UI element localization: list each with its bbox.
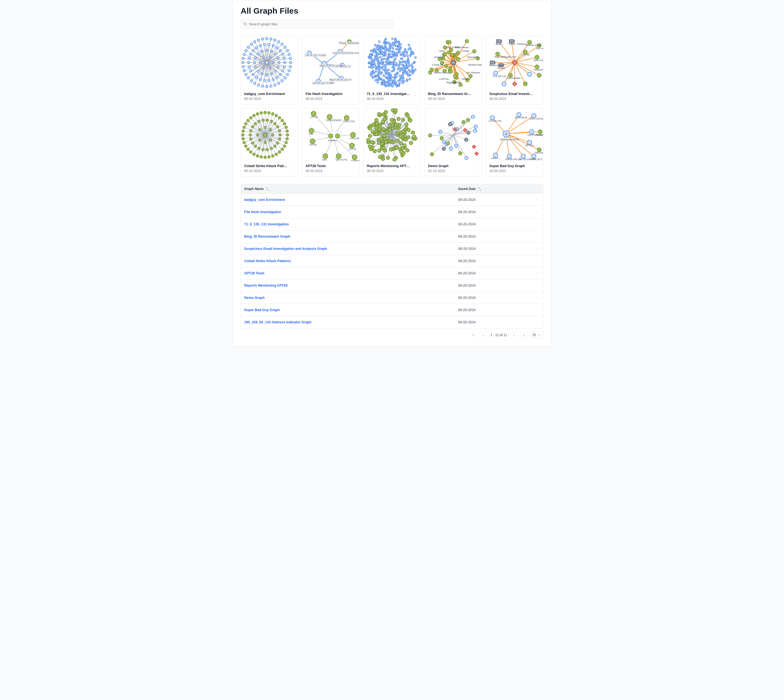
chevron-down-icon [538, 333, 541, 337]
svg-point-375 [373, 51, 375, 53]
graph-link[interactable]: File Hash Investigation [244, 210, 281, 214]
graph-link[interactable]: APT28 Tools [244, 271, 265, 275]
svg-point-1330 [537, 274, 537, 274]
row-menu-button[interactable] [534, 258, 540, 264]
cell-actions [531, 292, 543, 304]
graph-card[interactable]: Reports Mentioning APT…08-20-2024 [363, 108, 420, 177]
graph-card[interactable]: @34.98.99.30208.2.230.922.2.230.218super… [486, 108, 543, 177]
graph-card[interactable]: Threat AssessmentACDXACDC07D1273AG…146.5… [302, 36, 359, 104]
svg-text:208.2.230.92: 208.2.230.92 [529, 117, 543, 120]
graph-link[interactable]: 71_6_135_131 Investigation [244, 222, 289, 226]
pager-first-button[interactable] [470, 331, 477, 339]
svg-point-170 [265, 61, 269, 64]
pager-next-button[interactable] [510, 331, 518, 339]
row-menu-button[interactable] [534, 245, 540, 252]
svg-point-459 [392, 38, 394, 40]
card-menu-button[interactable] [290, 92, 295, 98]
svg-point-1325 [537, 260, 537, 260]
svg-point-476 [395, 38, 396, 40]
svg-point-598 [380, 72, 381, 73]
svg-marker-1147 [399, 134, 403, 138]
cell-date: 08-20-2024 [455, 218, 531, 230]
svg-point-147 [254, 40, 256, 43]
svg-point-331 [404, 80, 405, 82]
row-menu-button[interactable] [534, 197, 540, 203]
row-menu-button[interactable] [534, 209, 540, 215]
card-menu-button[interactable] [535, 164, 540, 171]
svg-point-371 [369, 66, 370, 68]
svg-marker-812 [262, 119, 264, 122]
row-menu-button[interactable] [534, 221, 540, 228]
pager-last-button[interactable] [520, 331, 528, 339]
search-input[interactable] [241, 19, 393, 28]
card-menu-button[interactable] [412, 164, 418, 171]
row-menu-button[interactable] [534, 295, 540, 301]
svg-point-412 [410, 74, 411, 76]
card-menu-button[interactable] [351, 164, 356, 171]
graph-link[interactable]: Blog_ID Ransomware Graph [244, 235, 290, 238]
card-meta: Reports Mentioning APT…08-20-2024 [364, 162, 420, 176]
svg-marker-1061 [375, 126, 378, 130]
graph-card[interactable]: 71_6_135_131 Investigation08-20-2024 [363, 36, 420, 104]
row-menu-button[interactable] [534, 307, 540, 313]
row-menu-button[interactable] [534, 282, 540, 289]
svg-marker-1195 [400, 150, 403, 154]
row-menu-button[interactable] [534, 233, 540, 240]
svg-point-381 [383, 75, 385, 76]
svg-text:@: @ [505, 133, 507, 135]
graph-link[interactable]: 185_228_83_110 Address Indicator Graph [244, 320, 312, 324]
card-menu-button[interactable] [535, 92, 540, 98]
graph-card[interactable]: APT29RESPONDERCERTUTILTORFancy BearAPT28… [302, 108, 359, 177]
table-row: Demo Graph08-20-2024 [241, 292, 543, 304]
graph-link[interactable]: Reports Mentioning APT29 [244, 283, 287, 287]
card-menu-button[interactable] [474, 92, 479, 98]
svg-marker-874 [256, 112, 259, 115]
svg-point-516 [371, 65, 373, 67]
svg-marker-1119 [406, 114, 409, 118]
kebab-icon [536, 320, 538, 324]
svg-point-762 [537, 95, 538, 96]
graph-card[interactable]: badguy_com Enrichment08-20-2024 [241, 36, 298, 104]
svg-text:146.59.102.74:8/41/: 146.59.102.74:8/41/ [305, 54, 327, 57]
card-meta: badguy_com Enrichment08-20-2024 [241, 89, 298, 104]
cell-name: Demo Graph [241, 292, 455, 304]
cell-name: badguy_com Enrichment [241, 194, 455, 206]
svg-point-546 [408, 75, 409, 77]
pager-prev-button[interactable] [480, 331, 487, 339]
svg-point-415 [375, 44, 376, 46]
page-size-select[interactable]: 25 [530, 331, 543, 339]
svg-marker-668 [444, 52, 447, 56]
graph-thumbnail: Medusa StalkerINC RansomHellwind8BaseMag… [425, 36, 482, 89]
svg-marker-832 [281, 148, 284, 150]
row-menu-button[interactable] [534, 270, 540, 277]
graph-link[interactable]: Suspicious Email Investigation and Analy… [244, 247, 327, 251]
card-menu-button[interactable] [351, 92, 356, 98]
graph-link[interactable]: badguy_com Enrichment [244, 198, 285, 202]
graph-card[interactable]: Demo Graph02-15-2023 [425, 108, 482, 177]
graph-link[interactable]: Cobalt Strike Attack Patterns [244, 259, 291, 263]
svg-point-99 [289, 61, 292, 64]
svg-text:http://www.ultrabadguy.c…: http://www.ultrabadguy.c… [535, 151, 543, 154]
card-menu-button[interactable] [290, 164, 295, 171]
card-menu-button[interactable] [474, 164, 479, 171]
svg-marker-1177 [369, 127, 372, 130]
graph-card[interactable]: Cobalt Strike Attack Patt…08-20-2024 [241, 108, 298, 177]
card-title: Super Bad Guy Graph [489, 164, 533, 168]
row-menu-button[interactable] [534, 319, 540, 325]
svg-marker-1133 [393, 158, 396, 162]
svg-point-202 [354, 95, 354, 95]
graph-link[interactable]: Demo Graph [244, 296, 265, 300]
column-header-date[interactable]: Saved Date [455, 184, 531, 194]
svg-point-105 [286, 73, 289, 76]
svg-marker-1183 [368, 145, 372, 148]
graph-link[interactable]: Super Bad Guy Graph [244, 308, 280, 312]
column-header-name[interactable]: Graph Name [241, 184, 455, 194]
card-menu-button[interactable] [412, 92, 418, 98]
svg-line-1142 [392, 120, 392, 135]
svg-marker-695 [451, 60, 456, 65]
svg-text:Ransomware: Ransomware [489, 64, 503, 67]
graph-card[interactable]: Medusa StalkerINC RansomHellwind8BaseMag… [425, 36, 482, 104]
graph-card[interactable]: demoT1566 - PhishingRocket GroupYour ord… [486, 36, 543, 104]
svg-point-115 [270, 85, 272, 87]
svg-point-131 [243, 70, 245, 72]
